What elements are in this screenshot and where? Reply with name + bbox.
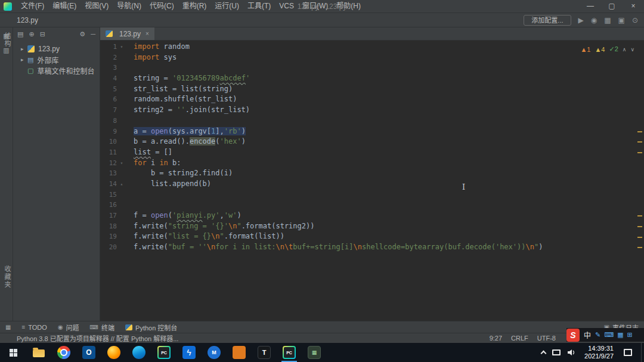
menu-item[interactable]: 导航(N) [113,0,145,13]
project-tree-item[interactable]: ▢草稿文件和控制台 [13,65,100,76]
fold-icon[interactable]: ▴ [117,179,126,190]
maximize-button[interactable]: ▢ [601,0,623,13]
code-line[interactable]: 19f.write("list = {}\n".format(list)) [100,231,644,242]
hide-panel-icon[interactable]: ─ [91,30,95,38]
status-message[interactable]: Python 3.8 已配置为项目解释器 // 配置 Python 解释器... [6,333,178,343]
code-line[interactable]: 20f.write("buf = ''\nfor i in list:\n\tb… [100,242,644,253]
menu-item[interactable]: 文件(F) [17,0,48,13]
t-app-button[interactable] [252,343,277,362]
tool-window-button-问题[interactable]: ◉问题 [58,323,79,332]
next-problem-icon[interactable]: ∨ [630,47,634,52]
collapse-all-icon[interactable]: ⊟ [40,30,45,38]
misc-app-button[interactable] [302,343,327,362]
code-line[interactable]: 11list = [] [100,147,644,158]
code-line[interactable]: 10b = a.read().encode('hex') [100,137,644,147]
tool-window-button-终端[interactable]: ⌨终端 [90,323,114,332]
fold-icon [117,147,126,158]
code-editor[interactable]: 1▾import random2import sys34string = '01… [100,41,644,321]
code-line[interactable]: 1▾import random [100,42,644,52]
tool-window-icon: ⌨ [90,324,98,330]
code-line[interactable]: 5str_list = list(string) [100,84,644,95]
hidden-icons-chevron-icon[interactable] [541,351,547,357]
code-token: ' [246,74,250,82]
start-button[interactable] [0,343,26,362]
fold-icon[interactable]: ▾ [117,42,126,52]
select-opened-file-icon[interactable]: ⊕ [29,30,34,38]
tool-window-button-TODO[interactable]: ≡TODO [21,323,47,332]
run-icon[interactable]: ▶ [578,15,584,26]
menu-item[interactable]: 工具(T) [243,0,275,13]
code-line[interactable]: 16 [100,200,644,211]
file-encoding[interactable]: UTF-8 [537,335,556,342]
warning-indicator[interactable]: ▲4 [595,46,605,53]
code-token: " [220,232,224,240]
tool-window-button-Python 控制台[interactable]: Python 控制台 [125,323,177,332]
menu-item[interactable]: 视图(V) [80,0,113,13]
favorites-tool-button[interactable]: 收藏夹 [2,265,12,289]
file-explorer-button[interactable] [26,343,51,362]
close-button[interactable]: × [623,0,644,13]
caret-position[interactable]: 9:27 [490,335,502,342]
add-configuration-button[interactable]: 添加配置... [524,15,571,26]
ime-mode-indicator[interactable]: 中 [584,330,591,340]
project-panel-toolbar: ▤⊕⊟⚙─ [13,27,100,41]
code-line[interactable]: 14▴ list.append(b) [100,179,644,190]
orange-app-button[interactable] [227,343,252,362]
sogou-logo-icon[interactable]: S [566,329,580,342]
project-tree-item[interactable]: ▸123.py [13,44,100,54]
menu-item[interactable]: 代码(C) [145,0,178,13]
mattermost-button[interactable] [202,343,227,362]
bolt-button[interactable] [177,343,202,362]
volume-icon[interactable] [567,349,576,356]
run-coverage-icon[interactable]: ▦ [604,15,611,26]
menu-item[interactable]: 编辑(E) [48,0,80,13]
passed-indicator[interactable]: ✓2 [609,45,618,53]
structure-tool-button[interactable]: 结构 [2,32,12,48]
code-line[interactable]: 8 [100,116,644,126]
code-line[interactable]: 17f = open('pianyi.py','w') [100,211,644,221]
code-line[interactable]: 2import sys [100,52,644,63]
outlook-button[interactable] [76,343,101,362]
project-tree-item[interactable]: ▸▤外部库 [13,54,100,65]
code-line[interactable]: 3 [100,63,644,73]
pycharm-alt-button[interactable] [277,343,302,362]
error-indicator[interactable]: ▲1 [580,46,590,53]
debug-icon[interactable]: ◉ [591,15,597,26]
pen-icon[interactable]: ✎ [595,331,600,339]
panel-settings-icon[interactable]: ⚙ [79,30,85,38]
line-separator[interactable]: CRLF [511,335,528,342]
pycharm-button[interactable] [151,343,177,362]
action-center-icon[interactable] [624,349,632,356]
minimize-button[interactable]: — [580,0,601,13]
editor-tab-123py[interactable]: 123.py × [100,27,154,40]
tool-window-switcher-icon[interactable]: ▦ [5,324,11,330]
code-line[interactable]: 18f.write("string = '{}'\n".format(strin… [100,221,644,232]
show-desktop-button[interactable] [641,343,644,362]
fold-icon[interactable]: ▾ [117,158,126,169]
code-line[interactable]: 13 b = string2.find(i) [100,168,644,179]
code-line[interactable]: 9a = open(sys.argv[1],'rb') [100,126,644,137]
keyboard-icon[interactable]: ⌨ [604,331,614,339]
skin-icon[interactable]: ▦ [617,331,623,339]
code-line[interactable]: 7string2 = ''.join(str_list) [100,105,644,116]
code-line[interactable]: 15 [100,190,644,200]
navigation-bar-project[interactable]: 123.py [17,16,38,24]
chrome-button[interactable] [51,343,76,362]
menu-item[interactable]: VCS [275,0,298,13]
profiler-icon[interactable]: ▣ [618,15,625,26]
code-line[interactable]: 4string = '0123456789abcdef' [100,73,644,84]
menu-item[interactable]: 重构(R) [178,0,211,13]
edge-button[interactable] [126,343,151,362]
toolbox-icon[interactable]: ⊞ [627,331,633,339]
code-line[interactable]: 6random.shuffle(str_list) [100,94,644,105]
view-options-icon[interactable]: ▤ [17,30,23,38]
taskbar-clock[interactable]: 14:39:31 2021/9/27 [584,345,614,360]
system-tray: 14:39:31 2021/9/27 [541,343,644,362]
code-line[interactable]: 12▾for i in b: [100,158,644,169]
search-everywhere-icon[interactable]: ⊙ [632,15,638,26]
tab-close-icon[interactable]: × [145,30,149,37]
network-icon[interactable] [552,349,561,355]
prev-problem-icon[interactable]: ∧ [623,47,627,52]
menu-item[interactable]: 运行(U) [210,0,243,13]
firefox-button[interactable] [101,343,126,362]
